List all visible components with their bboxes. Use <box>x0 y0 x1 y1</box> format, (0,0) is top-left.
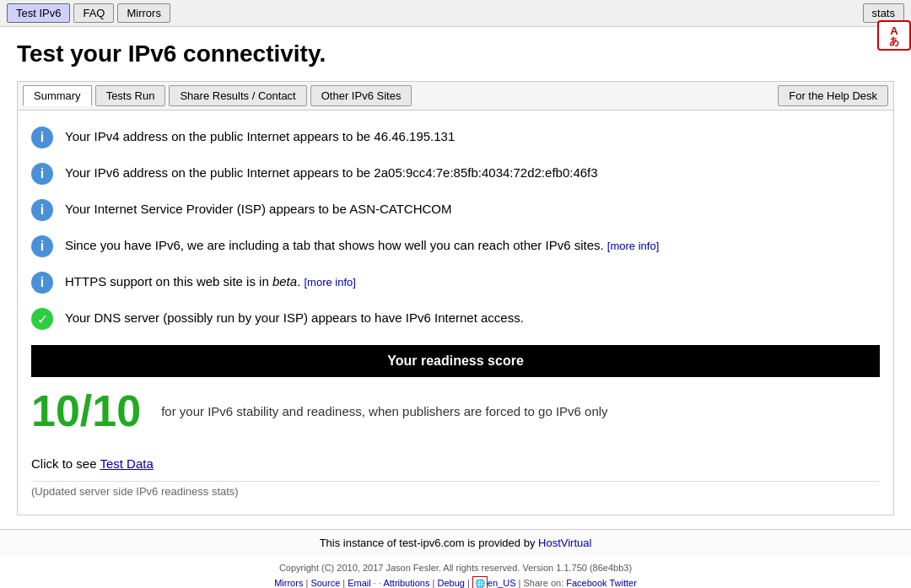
tab-other-ipv6-sites[interactable]: Other IPv6 Sites <box>310 85 412 106</box>
https-text-before: HTTPS support on this web site is in <box>65 274 272 289</box>
info-row-ipv6-tab: i Since you have IPv6, we are including … <box>31 228 880 264</box>
footer-link-source[interactable]: Source <box>310 578 340 588</box>
footer-link-debug[interactable]: Debug <box>437 578 464 588</box>
share-on-text: | Share on: <box>519 578 567 588</box>
score-section: 10/10 for your IPv6 stability and readin… <box>31 377 880 450</box>
info-text-dns: Your DNS server (possibly run by your IS… <box>65 307 524 326</box>
info-section: i Your IPv4 address on the public Intern… <box>17 110 894 515</box>
nav-mirrors[interactable]: Mirrors <box>117 3 170 23</box>
info-text-https: HTTPS support on this web site is in bet… <box>65 271 356 290</box>
info-row-dns: ✓ Your DNS server (possibly run by your … <box>31 300 880 337</box>
readiness-bar: Your readiness score <box>31 345 880 377</box>
score-description: for your IPv6 stability and readiness, w… <box>161 404 607 418</box>
info-icon-isp: i <box>31 199 53 221</box>
footer-provider: This instance of test-ipv6.com is provid… <box>0 529 911 556</box>
info-text-ipv4: Your IPv4 address on the public Internet… <box>65 126 455 145</box>
info-icon-ipv4: i <box>31 127 53 148</box>
info-icon-https: i <box>31 272 53 294</box>
https-text-after: . <box>297 274 300 289</box>
footer-link-twitter[interactable]: Twitter <box>609 578 636 588</box>
copyright-line: Copyright (C) 2010, 2017 Jason Fesler. A… <box>7 561 904 576</box>
info-row-https: i HTTPS support on this web site is in b… <box>31 264 880 300</box>
info-text-ipv6: Your IPv6 address on the public Internet… <box>65 162 598 181</box>
translate-top: A <box>890 25 898 36</box>
nav-faq[interactable]: FAQ <box>73 3 114 23</box>
tab-tests-run[interactable]: Tests Run <box>95 85 166 106</box>
page-title: Test your IPv6 connectivity. <box>17 40 894 67</box>
updated-note: (Updated server side IPv6 readiness stat… <box>31 481 880 506</box>
footer-links-line: Mirrors | Source | Email · · Attribution… <box>7 576 904 588</box>
translate-button[interactable]: A あ <box>877 20 911 51</box>
footer-link-locale[interactable]: en_US <box>488 578 516 588</box>
more-info-link-https[interactable]: [more info] <box>304 276 355 289</box>
translate-bottom: あ <box>889 36 899 46</box>
readiness-score: 10/10 <box>31 386 141 436</box>
top-navigation: Test IPv6 FAQ Mirrors stats <box>0 0 911 27</box>
test-data-line: Click to see Test Data <box>31 450 880 477</box>
footer-copyright: Copyright (C) 2010, 2017 Jason Fesler. A… <box>0 556 911 588</box>
https-beta-italic: beta <box>272 274 297 289</box>
info-row-ipv6: i Your IPv6 address on the public Intern… <box>31 155 880 192</box>
info-row-isp: i Your Internet Service Provider (ISP) a… <box>31 192 880 228</box>
info-icon-ipv6: i <box>31 163 53 185</box>
provider-text: This instance of test-ipv6.com is provid… <box>320 537 538 549</box>
more-info-link-ipv6[interactable]: [more info] <box>607 240 659 252</box>
tab-right: For the Help Desk <box>778 85 888 106</box>
provider-link[interactable]: HostVirtual <box>538 537 591 549</box>
main-content: A あ Test your IPv6 connectivity. Summary… <box>0 27 911 529</box>
tab-summary[interactable]: Summary <box>23 85 92 106</box>
nav-left: Test IPv6 FAQ Mirrors <box>7 3 170 23</box>
check-icon-dns: ✓ <box>31 308 53 330</box>
translate-icon: A あ <box>889 25 899 46</box>
info-text-isp: Your Internet Service Provider (ISP) app… <box>65 198 452 218</box>
locale-flag: 🌐 <box>472 576 488 588</box>
footer-link-facebook[interactable]: Facebook <box>566 578 606 588</box>
click-to-see-text: Click to see <box>31 456 100 471</box>
footer-link-mirrors[interactable]: Mirrors <box>274 578 303 588</box>
footer-link-email[interactable]: Email <box>348 578 371 588</box>
nav-test-ipv6[interactable]: Test IPv6 <box>7 3 70 23</box>
info-text-ipv6-tab: Since you have IPv6, we are including a … <box>65 235 659 254</box>
test-data-link[interactable]: Test Data <box>100 456 153 471</box>
help-desk-button[interactable]: For the Help Desk <box>778 85 888 106</box>
tab-share-results[interactable]: Share Results / Contact <box>169 85 306 106</box>
info-icon-ipv6-tab: i <box>31 235 53 257</box>
tabs-bar: Summary Tests Run Share Results / Contac… <box>17 81 894 110</box>
info-row-ipv4: i Your IPv4 address on the public Intern… <box>31 119 880 155</box>
footer-link-attributions[interactable]: Attributions <box>383 578 429 588</box>
